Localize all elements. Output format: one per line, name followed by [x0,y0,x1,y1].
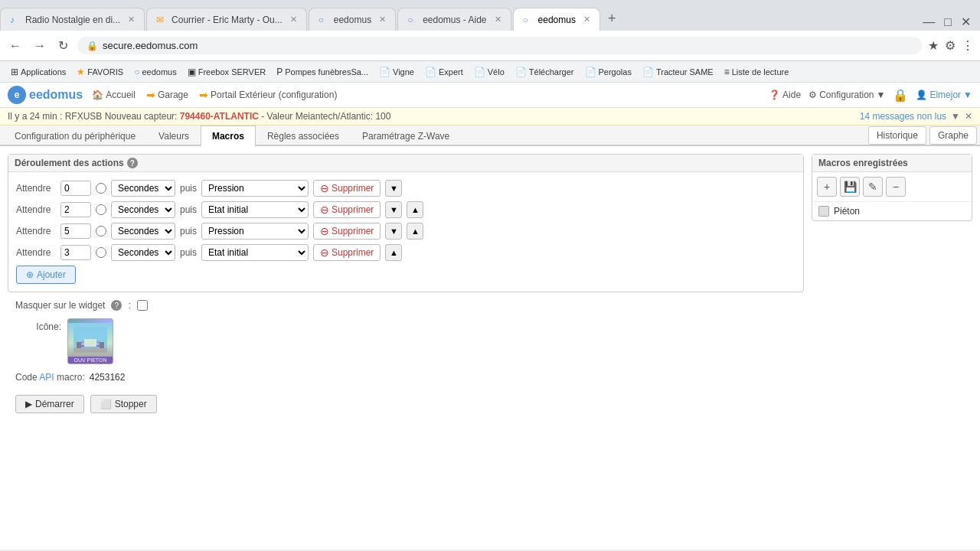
supprimer-button-3[interactable]: ⊖ Supprimer [313,244,381,261]
arrow-up-2[interactable]: ▲ [407,223,423,240]
unit-select-0[interactable]: Secondes [111,180,175,197]
aide-button[interactable]: ❓ Aide [769,90,801,100]
notif-close-icon[interactable]: ✕ [965,111,972,122]
bookmark-applications[interactable]: ⊞ Applications [6,65,70,79]
bookmark-eedomus[interactable]: ○ eedomus [129,65,181,79]
arrow-icon-1: ➡ [146,89,155,101]
wait-value-0[interactable] [60,181,91,196]
minimize-button[interactable]: — [920,14,938,31]
wait-value-3[interactable] [60,245,91,260]
maximize-button[interactable]: □ [941,14,955,31]
masquer-help-icon[interactable]: ? [111,300,122,311]
radio-0[interactable] [96,183,106,194]
api-link[interactable]: API [39,372,54,383]
bookmark-pergolas[interactable]: 📄 Pergolas [580,65,636,79]
lock-button[interactable]: 🔒 [893,88,908,103]
macro-add-button[interactable]: + [817,177,837,197]
tab-parametrage[interactable]: Paramétrage Z-Wave [351,126,461,146]
unit-select-3[interactable]: Secondes [111,244,175,261]
arrow-down-2[interactable]: ▼ [385,223,402,240]
arrow-up-3[interactable]: ▲ [385,244,402,261]
bookmark-vigne[interactable]: 📄 Vigne [374,65,419,79]
eedomus-logo[interactable]: e eedomus [8,86,83,104]
tab3-close[interactable]: ✕ [379,15,386,24]
browser-tab-1[interactable]: ♪ Radio Nostalgie en di... ✕ [0,8,145,31]
macro-save-button[interactable]: 💾 [840,177,860,197]
configuration-button[interactable]: ⚙ Configuration ▼ [808,90,885,100]
bookmark-velo[interactable]: 📄 Vélo [469,65,509,79]
new-tab-button[interactable]: + [602,11,622,27]
tab1-favicon: ♪ [10,15,21,25]
left-panel: Déroulement des actions ? Attendre Secon… [8,154,804,421]
wait-value-2[interactable] [60,223,91,239]
tab-config-periph[interactable]: Configuration du périphérique [3,126,147,146]
bookmark-freebox[interactable]: ▣ Freebox SERVER [183,65,270,79]
bookmark-applications-label: Applications [21,67,66,77]
menu-icon[interactable]: ⋮ [962,38,974,53]
tab4-close[interactable]: ✕ [495,15,501,24]
stopper-button[interactable]: ⬜ Stopper [90,395,157,413]
action-select-3[interactable]: Etat initial [201,244,309,261]
arrow-down-1[interactable]: ▼ [385,201,402,218]
back-button[interactable]: ← [6,37,24,54]
bookmark-expert[interactable]: 📄 Expert [420,65,468,79]
close-window-button[interactable]: ✕ [958,13,974,31]
nav-garage[interactable]: ➡ Garage [146,89,188,101]
arrow-down-0[interactable]: ▼ [385,180,402,197]
action-select-0[interactable]: Pression [201,180,309,197]
arrow-up-1[interactable]: ▲ [407,201,423,218]
bookmark-liste-lecture[interactable]: ≡ Liste de lecture [720,65,794,79]
macro-item-pieton[interactable]: Piéton [812,202,972,220]
bookmark-pompes[interactable]: P Pompes funèbresSa... [272,65,373,79]
graphe-button[interactable]: Graphe [929,126,977,145]
bookmark-tracteur[interactable]: 📄 Tracteur SAME [638,65,718,79]
supprimer-button-0[interactable]: ⊖ Supprimer [313,180,381,197]
tab-regles[interactable]: Règles associées [256,126,351,146]
action-select-2[interactable]: Pression [201,223,309,240]
unit-select-2[interactable]: Secondes [111,223,175,240]
forward-button[interactable]: → [31,37,49,54]
supprimer-button-2[interactable]: ⊖ Supprimer [313,223,381,240]
tab5-close[interactable]: ✕ [583,15,590,24]
demarrer-button[interactable]: ▶ Démarrer [15,395,84,413]
browser-tab-4[interactable]: ○ eedomus - Aide ✕ [397,8,511,31]
bookmark-favoris[interactable]: ★ FAVORIS [72,65,128,79]
tab2-close[interactable]: ✕ [290,15,297,24]
browser-tab-2[interactable]: ✉ Courrier - Eric Marty - Ou... ✕ [146,8,307,31]
edit-icon: ✎ [868,181,877,193]
elmejor-button[interactable]: 👤 Elmejor ▼ [916,90,972,100]
notif-suffix: - Valeur Meiantech/Atlantic: 100 [259,111,391,122]
historique-button[interactable]: Historique [868,126,926,145]
nav-portail[interactable]: ➡ Portail Extérieur (configuration) [199,89,337,101]
refresh-button[interactable]: ↻ [55,37,71,54]
tab1-close[interactable]: ✕ [128,15,135,24]
macro-item-checkbox[interactable] [818,206,829,217]
ajouter-button[interactable]: ⊕ Ajouter [16,266,76,284]
macro-edit-button[interactable]: ✎ [863,177,883,197]
tab-valeurs[interactable]: Valeurs [147,126,201,146]
messages-badge[interactable]: 14 messages non lus [860,111,946,122]
macros-toolbar: + 💾 ✎ − [812,172,972,202]
nav-accueil[interactable]: 🏠 Accueil [92,90,136,100]
icone-label: Icône: [15,318,61,332]
radio-3[interactable] [96,247,106,258]
masquer-checkbox[interactable] [137,300,148,311]
extensions-icon[interactable]: ⚙ [945,38,956,53]
wait-value-1[interactable] [60,202,91,217]
radio-2[interactable] [96,226,106,236]
supprimer-button-1[interactable]: ⊖ Supprimer [313,201,381,218]
bookmark-star-icon[interactable]: ★ [928,38,939,53]
action-select-1[interactable]: Etat initial [201,201,309,218]
unit-select-1[interactable]: Secondes [111,201,175,218]
tab-macros[interactable]: Macros [201,126,256,146]
browser-tab-5[interactable]: ○ eedomus ✕ [513,8,600,31]
config-label: Configuration [819,90,874,100]
url-bar[interactable]: 🔒 secure.eedomus.com [77,37,922,54]
icone-image[interactable]: OUV PIETON [67,318,113,364]
radio-1[interactable] [96,204,106,215]
bookmark-telecharger[interactable]: 📄 Télécharger [511,65,579,79]
macro-delete-button[interactable]: − [886,177,906,197]
browser-tab-3[interactable]: ○ eedomus ✕ [309,8,396,31]
deroulement-help-icon[interactable]: ? [127,158,138,168]
arrow-icon-2: ➡ [199,89,208,101]
